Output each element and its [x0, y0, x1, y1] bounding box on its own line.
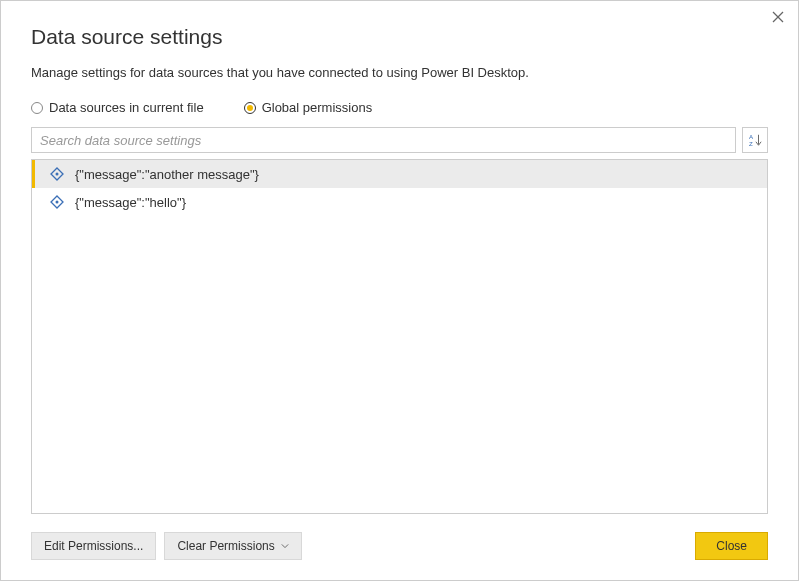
radio-global-permissions[interactable]: Global permissions	[244, 100, 373, 115]
radio-label: Global permissions	[262, 100, 373, 115]
search-input[interactable]	[31, 127, 736, 153]
button-label: Edit Permissions...	[44, 539, 143, 553]
radio-icon	[244, 102, 256, 114]
list-item-label: {"message":"another message"}	[75, 167, 259, 182]
button-label: Close	[716, 539, 747, 553]
svg-text:A: A	[749, 133, 754, 140]
scope-radio-group: Data sources in current file Global perm…	[31, 100, 768, 115]
list-item[interactable]: {"message":"hello"}	[32, 188, 767, 216]
edit-permissions-button[interactable]: Edit Permissions...	[31, 532, 156, 560]
clear-permissions-button[interactable]: Clear Permissions	[164, 532, 301, 560]
sort-button[interactable]: A Z	[742, 127, 768, 153]
page-subtitle: Manage settings for data sources that yo…	[31, 65, 768, 80]
data-source-icon	[49, 166, 65, 182]
data-source-icon	[49, 194, 65, 210]
radio-current-file[interactable]: Data sources in current file	[31, 100, 204, 115]
chevron-down-icon	[281, 542, 289, 550]
page-title: Data source settings	[31, 25, 768, 49]
button-label: Clear Permissions	[177, 539, 274, 553]
close-icon[interactable]	[770, 9, 786, 25]
list-item-label: {"message":"hello"}	[75, 195, 186, 210]
radio-label: Data sources in current file	[49, 100, 204, 115]
list-item[interactable]: {"message":"another message"}	[32, 160, 767, 188]
close-button[interactable]: Close	[695, 532, 768, 560]
svg-point-6	[56, 173, 59, 176]
radio-icon	[31, 102, 43, 114]
sort-az-icon: A Z	[748, 133, 762, 147]
svg-text:Z: Z	[749, 140, 753, 147]
svg-point-8	[56, 201, 59, 204]
data-source-list: {"message":"another message"}{"message":…	[31, 159, 768, 514]
